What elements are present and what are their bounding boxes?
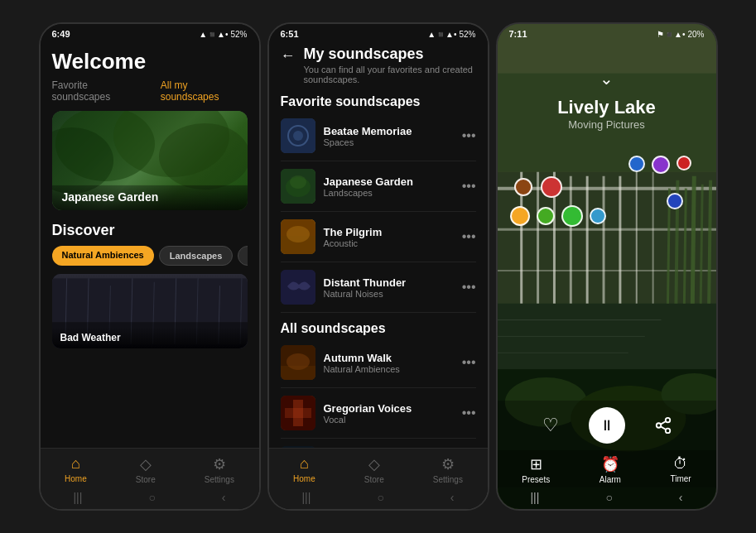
heart-button[interactable]: ♡: [532, 407, 569, 444]
svg-rect-31: [285, 408, 311, 418]
svg-point-28: [287, 353, 310, 370]
info-autumn: Autumn Walk Natural Ambiences: [324, 352, 454, 374]
mixer-circle-purple[interactable]: [652, 156, 670, 174]
card-title-weather: Bad Weather: [60, 332, 239, 343]
android-back-2[interactable]: ‹: [450, 491, 455, 504]
bottom-nav-3: ⊞ Presets ⏰ Alarm ⏱ Timer: [498, 450, 716, 487]
cat-beatae: Spaces: [324, 137, 454, 147]
soundscape-item-thunder[interactable]: Distant Thunder Natural Noises •••: [269, 264, 488, 310]
card-bad-weather[interactable]: Bad Weather: [52, 274, 248, 348]
store-icon-2: ◇: [368, 455, 380, 473]
chip-natural[interactable]: Natural Ambiences: [52, 246, 154, 266]
cat-pilgrim: Acoustic: [324, 238, 454, 248]
thumb-gregorian: [281, 396, 315, 430]
name-gregorian: Gregorian Voices: [324, 402, 454, 415]
mixer-circle-red-sm[interactable]: [677, 156, 691, 170]
info-japanese: Japanese Garden Landscapes: [324, 175, 454, 198]
tab-favorites[interactable]: Favorite soundscapes: [52, 79, 147, 103]
soundscape-tabs: Favorite soundscapes All my soundscapes: [52, 79, 248, 103]
nav-presets[interactable]: ⊞ Presets: [522, 455, 550, 484]
phone-2: 6:51 ▲◾▲• 52% ← My soundscapes You can f…: [267, 22, 489, 511]
more-autumn[interactable]: •••: [462, 355, 476, 370]
more-gregorian[interactable]: •••: [462, 406, 476, 420]
share-button[interactable]: [645, 407, 681, 444]
nav-home-1[interactable]: ⌂ Home: [65, 455, 87, 483]
android-back-1[interactable]: ‹: [222, 491, 226, 504]
svg-point-66: [665, 429, 670, 434]
svg-point-3: [159, 123, 248, 190]
nav-home-label-2: Home: [293, 474, 315, 483]
android-back-3[interactable]: ‹: [679, 491, 683, 504]
pause-button[interactable]: ⏸: [589, 407, 625, 444]
mixer-circle-green-dk[interactable]: [537, 207, 555, 225]
mixer-row-top: [628, 156, 691, 174]
soundscape-item-autumn[interactable]: Autumn Walk Natural Ambiences •••: [269, 339, 488, 386]
android-menu-2[interactable]: |||: [301, 491, 311, 504]
mixer-circle-blue-mid[interactable]: [667, 193, 683, 209]
svg-point-64: [665, 418, 670, 423]
mixer-circle-green[interactable]: [561, 205, 583, 227]
mixer-circle-blue[interactable]: [628, 156, 645, 172]
back-button[interactable]: ←: [281, 46, 296, 65]
phone3-overlay: ⌄ Lively Lake Moving Pictures: [498, 24, 716, 509]
time-3: 7:11: [509, 29, 527, 39]
cat-japanese: Landscapes: [324, 188, 454, 198]
mixer-circle-teal[interactable]: [590, 208, 606, 224]
nav-store-2[interactable]: ◇ Store: [364, 455, 384, 484]
android-home-2[interactable]: ○: [377, 491, 383, 504]
player-top: ⌄ Lively Lake Moving Pictures: [498, 44, 716, 131]
mixer-circle-brown[interactable]: [514, 178, 532, 196]
battery-3: 20%: [687, 30, 704, 39]
home-icon-1: ⌂: [71, 455, 80, 473]
alarm-label: Alarm: [600, 475, 621, 484]
thumb-dreaming: [281, 446, 315, 448]
thumb-japanese: [281, 169, 315, 204]
android-menu-3[interactable]: |||: [530, 491, 539, 504]
all-soundscapes-header: All soundscapes: [269, 315, 488, 339]
thumb-autumn: [281, 345, 315, 380]
more-pilgrim[interactable]: •••: [462, 229, 476, 244]
name-autumn: Autumn Walk: [324, 352, 454, 364]
android-nav-3: ||| ○ ‹: [498, 487, 716, 509]
more-japanese[interactable]: •••: [462, 179, 476, 194]
hero-card[interactable]: Japanese Garden: [52, 111, 248, 210]
nav-settings-2[interactable]: ⚙ Settings: [433, 455, 463, 484]
favorites-header: Favorite soundscapes: [269, 88, 488, 113]
nav-alarm[interactable]: ⏰ Alarm: [600, 455, 621, 484]
presets-icon: ⊞: [530, 455, 542, 473]
chevron-down-icon[interactable]: ⌄: [600, 69, 614, 89]
status-bar-2: 6:51 ▲◾▲• 52%: [269, 24, 488, 41]
android-home-1[interactable]: ○: [148, 491, 155, 504]
more-beatae[interactable]: •••: [462, 128, 476, 143]
soundscape-item-dreaming[interactable]: Dreaming Nautilus Ambient Soundscapes ••…: [269, 440, 488, 448]
store-icon-1: ◇: [140, 455, 152, 473]
nav-timer[interactable]: ⏱ Timer: [671, 455, 691, 484]
phone2-header: ← My soundscapes You can find all your f…: [269, 41, 488, 88]
nav-store-1[interactable]: ◇ Store: [136, 455, 156, 484]
mixer-circle-red[interactable]: [541, 176, 562, 198]
nav-home-2[interactable]: ⌂ Home: [293, 455, 315, 483]
more-thunder[interactable]: •••: [462, 280, 476, 295]
soundscape-item-pilgrim[interactable]: The Pilgrim Acoustic •••: [269, 214, 488, 260]
status-bar-1: 6:49 ▲◾▲• 52%: [41, 24, 259, 41]
info-beatae: Beatae Memoriae Spaces: [324, 125, 454, 147]
chip-landscapes[interactable]: Landscapes: [159, 246, 234, 266]
phone1-main: Welcome Favorite soundscapes All my soun…: [41, 41, 259, 448]
cat-autumn: Natural Ambiences: [324, 364, 454, 374]
soundscape-item-japanese[interactable]: Japanese Garden Landscapes •••: [269, 163, 488, 209]
battery-1: 52%: [230, 30, 247, 39]
soundscape-item-gregorian[interactable]: Gregorian Voices Vocal •••: [269, 390, 488, 436]
name-thunder: Distant Thunder: [324, 276, 454, 289]
status-icons-1: ▲◾▲• 52%: [199, 30, 247, 39]
soundscape-item-beatae[interactable]: Beatae Memoriae Spaces •••: [269, 113, 488, 159]
android-menu-1[interactable]: |||: [73, 491, 82, 504]
tab-all-soundscapes[interactable]: All my soundscapes: [161, 79, 248, 103]
nav-settings-1[interactable]: ⚙ Settings: [205, 455, 234, 484]
bottom-nav-1: ⌂ Home ◇ Store ⚙ Settings: [41, 448, 259, 487]
svg-line-68: [660, 421, 665, 425]
chip-syn[interactable]: Syn...: [238, 246, 247, 266]
mixer-circle-orange[interactable]: [510, 206, 530, 226]
mixer-row-left: [514, 176, 562, 198]
android-home-3[interactable]: ○: [605, 491, 612, 504]
info-pilgrim: The Pilgrim Acoustic: [324, 226, 454, 248]
